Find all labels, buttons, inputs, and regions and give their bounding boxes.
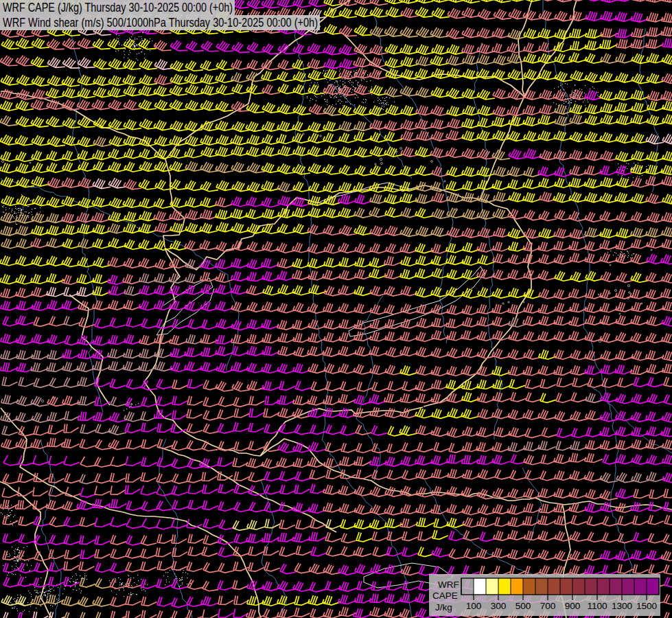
- svg-text:300: 300: [491, 601, 507, 611]
- svg-text:WRF Wind shear (m/s) 500/1000h: WRF Wind shear (m/s) 500/1000hPa Thursda…: [3, 16, 318, 30]
- svg-text:700: 700: [540, 601, 556, 611]
- svg-text:WRF: WRF: [438, 580, 459, 590]
- svg-text:100: 100: [466, 601, 482, 611]
- svg-text:1500: 1500: [636, 601, 658, 611]
- svg-text:500: 500: [515, 601, 531, 611]
- svg-text:1300: 1300: [612, 601, 633, 611]
- svg-text:J/kg: J/kg: [435, 602, 452, 613]
- svg-text:1100: 1100: [587, 601, 607, 611]
- svg-text:CAPE: CAPE: [432, 591, 458, 601]
- svg-text:900: 900: [565, 601, 581, 611]
- svg-text:WRF CAPE (J/kg) Thursday 30-10: WRF CAPE (J/kg) Thursday 30-10-2025 00:0…: [3, 1, 233, 14]
